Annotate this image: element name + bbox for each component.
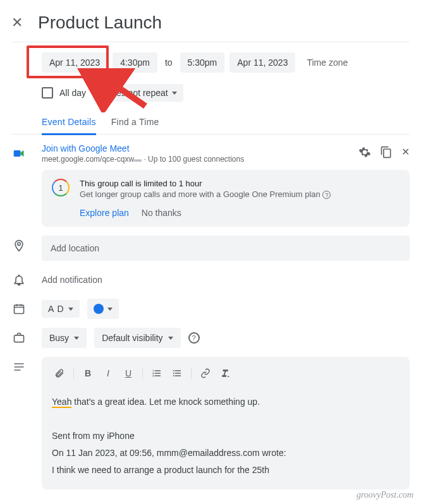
location-icon	[11, 236, 27, 252]
g1-title: This group call is limited to 1 hour	[80, 179, 331, 188]
start-date-chip[interactable]: Apr 11, 2023	[42, 52, 107, 73]
clear-format-icon[interactable]	[217, 364, 235, 382]
bell-icon	[11, 270, 27, 286]
g1-subtitle: Get longer group calls and more with a G…	[80, 189, 331, 199]
link-icon[interactable]	[197, 364, 214, 382]
checkbox-icon	[42, 87, 53, 99]
chevron-down-icon	[172, 92, 177, 95]
description-editor[interactable]: B I U Yeah that's a great idea. Let me k…	[42, 357, 410, 489]
editor-toolbar: B I U	[42, 361, 410, 387]
video-icon	[11, 143, 27, 160]
all-day-label: All day	[59, 88, 86, 98]
repeat-label: Does not repeat	[105, 88, 168, 98]
to-label: to	[162, 57, 175, 68]
copy-icon[interactable]	[380, 146, 393, 161]
location-input[interactable]: Add location	[42, 236, 410, 261]
timezone-button[interactable]: Time zone	[307, 57, 348, 68]
close-icon[interactable]: ✕	[11, 15, 23, 31]
description-text[interactable]: Yeah that's a great idea. Let me knock s…	[42, 387, 410, 477]
remove-meet-icon[interactable]: ✕	[401, 146, 410, 161]
watermark: groovyPost.com	[357, 490, 413, 500]
no-thanks-button[interactable]: No thanks	[142, 208, 181, 218]
end-time-chip[interactable]: 5:30pm	[180, 52, 225, 73]
gear-icon[interactable]	[358, 146, 371, 161]
numbered-list-icon[interactable]	[148, 364, 166, 382]
help-icon[interactable]: ?	[188, 332, 200, 344]
event-title-input[interactable]: Product Launch	[38, 13, 410, 33]
google-meet-link[interactable]: Join with Google Meet	[42, 143, 244, 153]
chevron-down-icon	[107, 308, 113, 311]
time-row: Apr 11, 2023 4:30pm to 5:30pm Apr 11, 20…	[11, 52, 410, 73]
attach-icon[interactable]	[51, 364, 68, 382]
svg-rect-2	[15, 335, 24, 342]
meet-url-text: meet.google.com/qce-cqxw▬ · Up to 100 gu…	[42, 155, 244, 164]
visibility-dropdown[interactable]: Default visibility	[94, 328, 180, 348]
chevron-down-icon	[68, 308, 73, 311]
description-icon	[11, 357, 27, 373]
tab-find-a-time[interactable]: Find a Time	[111, 117, 159, 134]
all-day-checkbox[interactable]: All day	[42, 87, 86, 99]
bullet-list-icon[interactable]	[168, 364, 186, 382]
italic-icon[interactable]: I	[99, 364, 117, 382]
svg-rect-0	[14, 150, 21, 157]
explore-plan-button[interactable]: Explore plan	[80, 208, 129, 218]
bold-icon[interactable]: B	[79, 364, 97, 382]
svg-rect-1	[15, 305, 24, 313]
separator	[11, 42, 410, 42]
calendar-icon	[11, 299, 27, 315]
add-notification-button[interactable]: Add notification	[42, 270, 410, 290]
end-date-chip[interactable]: Apr 11, 2023	[229, 52, 295, 73]
google-one-card: 1 This group call is limited to 1 hour G…	[42, 170, 410, 227]
briefcase-icon	[11, 328, 27, 344]
availability-dropdown[interactable]: Busy	[42, 328, 87, 348]
tab-event-details[interactable]: Event Details	[42, 117, 96, 135]
color-dropdown[interactable]	[87, 299, 119, 319]
google-one-icon: 1	[52, 179, 70, 196]
repeat-dropdown[interactable]: Does not repeat	[99, 84, 183, 102]
calendar-name-dropdown[interactable]: A D	[42, 300, 80, 318]
underline-icon[interactable]: U	[119, 364, 137, 382]
color-dot-icon	[94, 304, 104, 314]
chevron-down-icon	[74, 337, 79, 340]
start-time-chip[interactable]: 4:30pm	[113, 52, 157, 73]
chevron-down-icon	[168, 337, 173, 340]
